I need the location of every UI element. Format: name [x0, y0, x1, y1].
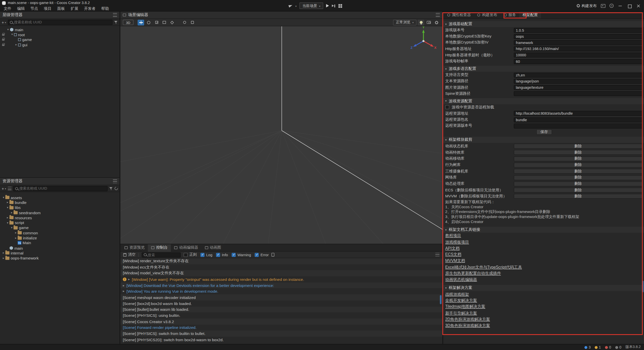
- scene-settings-button[interactable]: [433, 20, 440, 25]
- section-header-resource[interactable]: 游戏资源配置: [443, 98, 644, 104]
- panel-menu-icon[interactable]: [113, 13, 117, 17]
- status-count-badge[interactable]: 0: [605, 345, 611, 349]
- hierarchy-search-input[interactable]: [14, 20, 110, 24]
- log-entry[interactable]: [Window] You are running Vue in developm…: [120, 288, 443, 294]
- doc-link[interactable]: Excel格式转Json文件与TypeScript代码工具: [445, 265, 522, 270]
- log-expand-arrow[interactable]: [123, 289, 127, 293]
- menu-item[interactable]: 节点: [28, 6, 41, 11]
- log-entry[interactable]: [Scene] [box2d]:box2d wasm lib loaded.: [120, 300, 443, 307]
- tree-row[interactable]: ▸ common: [0, 230, 119, 235]
- solution-link[interactable]: 新手引导解决方案: [445, 311, 477, 316]
- field-input[interactable]: [516, 118, 640, 122]
- delete-module-button[interactable]: 删除: [514, 194, 642, 199]
- tree-row[interactable]: ▸ bundle: [0, 200, 119, 205]
- expand-arrow[interactable]: ▾: [6, 28, 10, 31]
- delete-module-button[interactable]: 删除: [514, 156, 642, 161]
- field-input[interactable]: [516, 47, 640, 51]
- refresh-icon[interactable]: [114, 186, 118, 191]
- field-input[interactable]: [516, 111, 640, 115]
- expand-arrow[interactable]: ▾: [10, 226, 14, 229]
- expand-arrow[interactable]: ▸: [6, 201, 10, 204]
- field-input[interactable]: [516, 124, 640, 128]
- inspector-tab[interactable]: 框架配置: [519, 12, 541, 19]
- status-count-badge[interactable]: 0: [615, 345, 621, 349]
- log-entry[interactable]: [Window] Download the Vue Devtools exten…: [120, 282, 443, 288]
- assets-search-input[interactable]: [19, 186, 106, 190]
- window-maximize-button[interactable]: [627, 3, 632, 8]
- solution-link[interactable]: 全栈开发解决方案: [445, 298, 477, 303]
- sort-icon[interactable]: [8, 187, 12, 190]
- solution-link[interactable]: Tiledmap地图解决方案: [445, 304, 485, 310]
- tree-row[interactable]: ▾ script: [0, 220, 119, 225]
- inspector-tab[interactable]: 服务: [501, 12, 519, 19]
- tree-row[interactable]: ▸ initialize: [0, 235, 119, 240]
- tree-row[interactable]: ▸ oops-framework: [0, 255, 119, 260]
- scene-viewport[interactable]: Y X Z: [120, 26, 443, 244]
- inspector-tab[interactable]: 属性检查器: [444, 12, 474, 19]
- console-tab[interactable]: 动画编辑器: [171, 244, 202, 251]
- delete-module-button[interactable]: 删除: [514, 162, 642, 167]
- add-asset-button[interactable]: [2, 186, 6, 191]
- window-close-button[interactable]: [636, 3, 641, 8]
- field-input[interactable]: [516, 79, 640, 83]
- log-entry[interactable]: [Window] model_view文件夹不存在: [120, 270, 443, 276]
- step-button[interactable]: [332, 4, 336, 8]
- console-filter[interactable]: Log: [200, 253, 212, 257]
- coordinate-toggle-button[interactable]: [189, 20, 195, 25]
- remote-load-checkbox[interactable]: [445, 105, 449, 109]
- console-filter[interactable]: Error: [255, 253, 269, 257]
- add-node-button[interactable]: [2, 20, 6, 24]
- console-filter[interactable]: Info: [216, 253, 228, 257]
- tree-row[interactable]: TS Main: [0, 240, 119, 245]
- menu-item[interactable]: 面板: [54, 6, 68, 11]
- scene-camera-button[interactable]: [425, 20, 432, 25]
- doc-link[interactable]: 教程项目: [445, 233, 461, 239]
- log-entry[interactable]: [Window] render_texture文件夹不存在: [120, 258, 443, 264]
- scene-select-dropdown[interactable]: 当前场景 ▾: [299, 3, 323, 9]
- window-minimize-button[interactable]: [618, 3, 623, 8]
- preview-dropdown-chevron[interactable]: ▾: [295, 4, 297, 7]
- lock-icon[interactable]: [2, 43, 6, 47]
- scale-tool-button[interactable]: [153, 20, 160, 25]
- panel-menu-icon[interactable]: [435, 253, 439, 257]
- status-count-badge[interactable]: 1: [595, 345, 601, 349]
- build-publish-button[interactable]: 构建发布: [577, 3, 597, 8]
- tree-row[interactable]: game: [0, 37, 119, 42]
- rotate-tool-button[interactable]: [145, 20, 152, 25]
- doc-link[interactable]: 游戏模板项目: [445, 240, 469, 245]
- play-button[interactable]: [326, 4, 329, 7]
- log-entry[interactable]: [Scene] [PHYSICS2D]: switch from box2d-w…: [120, 337, 443, 343]
- log-entry[interactable]: [Scene] Forward render pipeline initiali…: [120, 325, 443, 331]
- lock-icon[interactable]: [2, 38, 6, 42]
- tree-row[interactable]: main: [0, 245, 119, 250]
- menu-item[interactable]: 编辑: [14, 6, 27, 11]
- field-input[interactable]: [516, 53, 640, 57]
- lock-icon[interactable]: [2, 33, 6, 37]
- console-scrollbar-thumb[interactable]: [440, 295, 442, 304]
- log-entry[interactable]: [Window] ecs文件夹不存在: [120, 264, 443, 270]
- tree-row[interactable]: ▸ internal: [0, 250, 119, 255]
- delete-module-button[interactable]: 删除: [514, 175, 642, 180]
- delete-module-button[interactable]: 删除: [514, 169, 642, 174]
- console-tab[interactable]: 动画图: [202, 244, 224, 251]
- log-entry[interactable]: [Scene] [PHYSICS]: switch from builtin t…: [120, 331, 443, 337]
- menu-item[interactable]: 扩展: [68, 6, 81, 11]
- field-input[interactable]: [516, 34, 640, 38]
- tree-row[interactable]: ▸ resources: [0, 215, 119, 220]
- expand-arrow[interactable]: ▸: [14, 236, 18, 240]
- field-input[interactable]: [516, 41, 640, 45]
- save-button[interactable]: 保存: [536, 129, 552, 135]
- console-tab[interactable]: 资源预览: [121, 244, 148, 251]
- doc-link[interactable]: 动画状态机编辑器: [445, 277, 477, 283]
- log-entry[interactable]: [Window] [Vue warn]: Property "onInput" …: [120, 276, 443, 282]
- checkbox[interactable]: [200, 253, 205, 257]
- checkbox[interactable]: [184, 253, 188, 257]
- checkbox[interactable]: [216, 253, 220, 257]
- section-header-basic[interactable]: 游戏基础配置: [443, 21, 644, 27]
- transform-tool-button[interactable]: [169, 20, 175, 25]
- menu-item[interactable]: 帮助: [98, 6, 112, 11]
- log-entry[interactable]: [Scene] [PHYSICS]: using builtin.: [120, 313, 443, 319]
- panel-menu-icon[interactable]: [436, 13, 440, 17]
- dimension-toggle-button[interactable]: 3D: [123, 20, 133, 25]
- console-filter[interactable]: 正则: [184, 252, 197, 257]
